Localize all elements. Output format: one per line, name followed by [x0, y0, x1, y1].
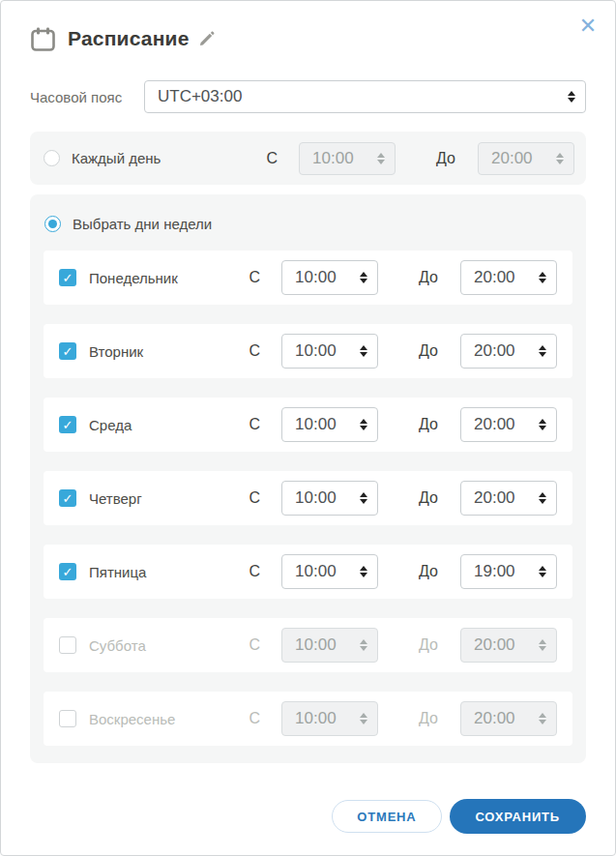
day-row-sunday: Воскресенье С 10:00 До 20:00 — [44, 692, 572, 746]
day-row-thursday: ✓ Четверг С 10:00 До 20:00 — [44, 471, 572, 525]
everyday-to-value: 20:00 — [491, 149, 548, 168]
day-checkbox[interactable]: ✓ — [59, 269, 76, 286]
to-time-select: 20:00 — [460, 701, 557, 736]
day-checkbox[interactable]: ✓ — [59, 489, 76, 507]
from-label: С — [249, 342, 261, 360]
select-arrows-icon — [377, 153, 385, 164]
select-arrows-icon — [556, 153, 564, 164]
select-arrows-icon — [360, 272, 367, 283]
from-time-value: 10:00 — [295, 268, 352, 287]
day-label: Понедельник — [89, 270, 178, 286]
from-time-value: 10:00 — [295, 415, 352, 434]
select-arrows-icon — [539, 492, 546, 504]
day-checkbox[interactable] — [59, 636, 76, 654]
from-time-value: 10:00 — [295, 488, 352, 508]
from-time-value: 10:00 — [295, 341, 352, 361]
check-icon: ✓ — [63, 566, 73, 578]
day-checkbox[interactable] — [59, 710, 76, 727]
day-checkbox[interactable]: ✓ — [59, 416, 76, 433]
timezone-value: UTC+03:00 — [158, 87, 560, 106]
from-label: С — [249, 636, 261, 654]
from-time-value: 10:00 — [295, 635, 352, 655]
everyday-label: Каждый день — [72, 150, 161, 166]
day-checkbox[interactable]: ✓ — [59, 563, 76, 580]
to-time-select[interactable]: 20:00 — [460, 407, 557, 442]
select-arrows-icon — [539, 345, 546, 357]
dialog-title: Расписание — [68, 27, 190, 50]
from-time-select[interactable]: 10:00 — [281, 554, 378, 589]
timezone-row: Часовой пояс UTC+03:00 — [30, 80, 586, 113]
from-time-value: 10:00 — [295, 709, 352, 728]
cancel-button[interactable]: ОТМЕНА — [332, 800, 441, 833]
everyday-radio[interactable] — [44, 150, 60, 166]
select-arrows-icon — [360, 492, 367, 504]
to-time-select: 20:00 — [460, 628, 557, 663]
close-icon[interactable]: ✕ — [574, 13, 601, 40]
select-arrows-icon — [568, 91, 575, 103]
select-arrows-icon — [360, 566, 367, 577]
dialog-header: Расписание ✕ — [30, 20, 586, 57]
from-time-select: 10:00 — [281, 628, 378, 663]
select-arrows-icon — [360, 419, 367, 430]
from-time-select[interactable]: 10:00 — [281, 481, 378, 516]
from-label: С — [249, 489, 261, 507]
check-icon: ✓ — [63, 492, 73, 505]
to-label: До — [419, 636, 438, 654]
timezone-label: Часовой пояс — [30, 89, 144, 105]
to-time-select[interactable]: 19:00 — [460, 554, 557, 589]
day-checkbox[interactable]: ✓ — [59, 342, 76, 360]
save-button[interactable]: СОХРАНИТЬ — [450, 799, 587, 834]
weekdays-label: Выбрать дни недели — [73, 216, 212, 232]
check-icon: ✓ — [63, 272, 73, 284]
day-label: Четверг — [89, 490, 142, 507]
to-time-select[interactable]: 20:00 — [460, 334, 557, 369]
edit-pencil-icon[interactable] — [198, 30, 216, 47]
to-time-value: 20:00 — [474, 709, 531, 728]
day-label: Среда — [89, 417, 132, 433]
from-time-select[interactable]: 10:00 — [281, 260, 378, 295]
to-time-value: 19:00 — [474, 562, 531, 581]
from-label: С — [249, 563, 261, 580]
select-arrows-icon — [539, 272, 546, 283]
from-time-select[interactable]: 10:00 — [281, 407, 378, 442]
select-arrows-icon — [360, 713, 367, 724]
everyday-section: Каждый день С 10:00 До 20:00 — [30, 132, 586, 185]
weekdays-option-row: Выбрать дни недели — [44, 208, 572, 239]
everyday-times: С 10:00 До 20:00 — [267, 142, 574, 175]
day-label: Суббота — [89, 637, 146, 654]
from-time-value: 10:00 — [295, 562, 352, 581]
to-time-select[interactable]: 20:00 — [460, 260, 557, 295]
select-arrows-icon — [539, 713, 546, 724]
to-time-value: 20:00 — [474, 268, 531, 287]
schedule-dialog: Расписание ✕ Часовой пояс UTC+03:00 Кажд… — [0, 0, 616, 856]
to-time-value: 20:00 — [474, 488, 531, 508]
everyday-from-select: 10:00 — [299, 142, 396, 175]
check-icon: ✓ — [63, 419, 73, 431]
day-row-friday: ✓ Пятница С 10:00 До 19:00 — [44, 545, 572, 599]
from-time-select[interactable]: 10:00 — [281, 334, 378, 369]
select-arrows-icon — [360, 639, 367, 651]
day-row-saturday: Суббота С 10:00 До 20:00 — [44, 618, 572, 672]
everyday-from-value: 10:00 — [312, 149, 369, 168]
day-row-tuesday: ✓ Вторник С 10:00 До 20:00 — [44, 324, 572, 378]
check-icon: ✓ — [63, 345, 73, 358]
weekdays-radio[interactable] — [44, 216, 61, 232]
weekdays-section: Выбрать дни недели ✓ Понедельник С 10:00… — [30, 194, 586, 763]
calendar-icon — [30, 26, 56, 52]
from-time-select: 10:00 — [281, 701, 378, 736]
from-label: С — [249, 710, 261, 727]
timezone-select[interactable]: UTC+03:00 — [144, 80, 586, 113]
to-label: До — [419, 489, 438, 507]
select-arrows-icon — [539, 419, 546, 430]
to-label: До — [419, 269, 438, 286]
from-label: С — [249, 269, 261, 286]
from-label: С — [249, 416, 261, 433]
day-row-wednesday: ✓ Среда С 10:00 До 20:00 — [44, 398, 572, 452]
to-label: До — [419, 416, 438, 433]
select-arrows-icon — [360, 345, 367, 357]
to-label: До — [419, 710, 438, 727]
from-label: С — [267, 150, 279, 167]
day-label: Пятница — [89, 564, 146, 580]
dialog-footer: ОТМЕНА СОХРАНИТЬ — [30, 799, 586, 834]
to-time-select[interactable]: 20:00 — [460, 481, 557, 516]
